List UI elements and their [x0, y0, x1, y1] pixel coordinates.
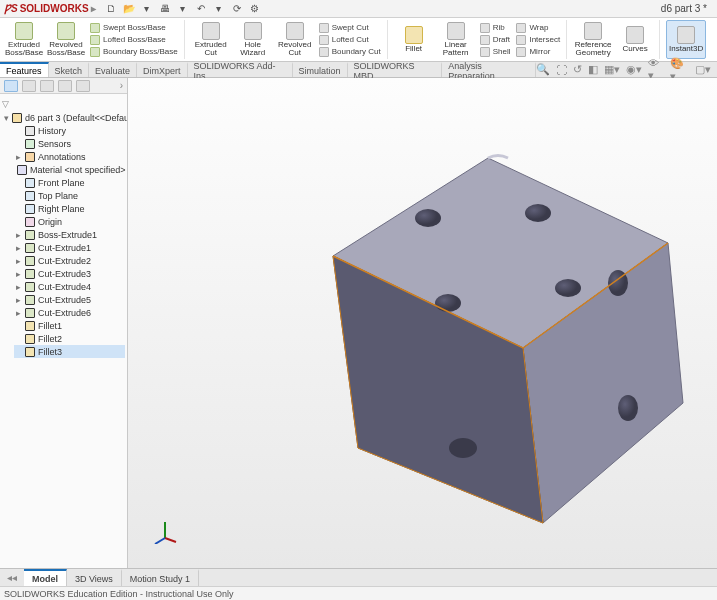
draft-button[interactable]: Draft	[478, 34, 513, 46]
feature-tree: ▽ ▾d6 part 3 (Default<<Default>_Display …	[0, 94, 127, 568]
view-orientation-icon[interactable]: ▦▾	[604, 63, 620, 76]
open-file-icon[interactable]: 📂	[122, 2, 136, 16]
undo-icon[interactable]: ↶	[194, 2, 208, 16]
rebuild-icon[interactable]: ⟳	[230, 2, 244, 16]
fillet-button[interactable]: Fillet	[394, 20, 434, 59]
tree-item-right-plane[interactable]: Right Plane	[14, 202, 125, 215]
status-bar: SOLIDWORKS Education Edition - Instructi…	[0, 586, 717, 600]
tree-item-icon	[25, 347, 35, 357]
tree-item-cut-extrude6[interactable]: ▸Cut-Extrude6	[14, 306, 125, 319]
cmd-tab-solidworks-mbd[interactable]: SOLIDWORKS MBD	[348, 62, 443, 77]
tree-filter-icon[interactable]: ▽	[2, 99, 9, 109]
cmd-tab-analysis-preparation[interactable]: Analysis Preparation	[442, 62, 536, 77]
tree-expand-icon[interactable]: ▸	[14, 152, 22, 162]
tree-root[interactable]: ▾d6 part 3 (Default<<Default>_Display	[4, 111, 125, 124]
revolved-boss-button[interactable]: Revolved Boss/Base	[46, 20, 86, 59]
swept-cut-button[interactable]: Swept Cut	[317, 22, 383, 34]
tree-item-history[interactable]: History	[14, 124, 125, 137]
cmd-tab-evaluate[interactable]: Evaluate	[89, 62, 137, 77]
tree-item-fillet2[interactable]: Fillet2	[14, 332, 125, 345]
mirror-button[interactable]: Mirror	[514, 46, 562, 58]
instant3d-button[interactable]: Instant3D	[666, 20, 706, 59]
tree-expand-icon[interactable]: ▸	[14, 295, 22, 305]
tree-expand-icon[interactable]: ▸	[14, 308, 22, 318]
tree-item-cut-extrude3[interactable]: ▸Cut-Extrude3	[14, 267, 125, 280]
fm-tabs-overflow-icon[interactable]: ›	[120, 80, 123, 91]
scene-icon[interactable]: ▢▾	[695, 63, 711, 76]
svg-point-4	[525, 204, 551, 222]
hole-wizard-button[interactable]: Hole Wizard	[233, 20, 273, 59]
tree-item-cut-extrude4[interactable]: ▸Cut-Extrude4	[14, 280, 125, 293]
fm-tab-property[interactable]	[22, 80, 36, 92]
tree-item-material-not-specified-[interactable]: Material <not specified>	[14, 163, 125, 176]
boundary-cut-button[interactable]: Boundary Cut	[317, 46, 383, 58]
zoom-fit-icon[interactable]: 🔍	[536, 63, 550, 76]
wrap-button[interactable]: Wrap	[514, 22, 562, 34]
bottom-tab-motion-study-1[interactable]: Motion Study 1	[122, 569, 199, 586]
bottom-tab-3d-views[interactable]: 3D Views	[67, 569, 122, 586]
chevron-right-icon[interactable]: ▸	[91, 3, 96, 14]
hole-wizard-label: Hole Wizard	[233, 41, 273, 57]
cmd-tab-sketch[interactable]: Sketch	[49, 62, 90, 77]
intersect-button[interactable]: Intersect	[514, 34, 562, 46]
tree-item-label: History	[38, 126, 66, 136]
cmd-tab-simulation[interactable]: Simulation	[293, 62, 348, 77]
export-icon[interactable]: ▾	[176, 2, 190, 16]
bottom-tab-scroll-left-icon[interactable]: ◂◂	[0, 569, 24, 586]
orientation-triad[interactable]	[152, 518, 178, 544]
redo-icon[interactable]: ▾	[212, 2, 226, 16]
lofted-cut-button[interactable]: Lofted Cut	[317, 34, 383, 46]
fm-tab-design-tree[interactable]	[4, 80, 18, 92]
tree-item-top-plane[interactable]: Top Plane	[14, 189, 125, 202]
fm-tab-display[interactable]	[76, 80, 90, 92]
extruded-cut-button[interactable]: Extruded Cut	[191, 20, 231, 59]
tree-expand-icon[interactable]: ▸	[14, 243, 22, 253]
tree-item-cut-extrude1[interactable]: ▸Cut-Extrude1	[14, 241, 125, 254]
boundary-boss-button[interactable]: Boundary Boss/Base	[88, 46, 180, 58]
tree-item-origin[interactable]: Origin	[14, 215, 125, 228]
tree-item-boss-extrude1[interactable]: ▸Boss-Extrude1	[14, 228, 125, 241]
rib-button[interactable]: Rib	[478, 22, 513, 34]
zoom-area-icon[interactable]: ⛶	[556, 64, 567, 76]
swept-boss-button[interactable]: Swept Boss/Base	[88, 22, 180, 34]
cmd-tab-dimxpert[interactable]: DimXpert	[137, 62, 188, 77]
prev-view-icon[interactable]: ↺	[573, 63, 582, 76]
lofted-boss-button[interactable]: Lofted Boss/Base	[88, 34, 180, 46]
print-icon[interactable]: 🖶	[158, 2, 172, 16]
tree-expand-icon[interactable]: ▸	[14, 282, 22, 292]
tree-item-label: Fillet2	[38, 334, 62, 344]
revolved-cut-label: Revolved Cut	[275, 41, 315, 57]
tree-expand-icon[interactable]: ▸	[14, 256, 22, 266]
graphics-viewport[interactable]	[128, 78, 717, 568]
section-view-icon[interactable]: ◧	[588, 63, 598, 76]
tree-root-label: d6 part 3 (Default<<Default>_Display	[25, 113, 127, 123]
fm-tab-dimxpert[interactable]	[58, 80, 72, 92]
tree-item-fillet3[interactable]: Fillet3	[14, 345, 125, 358]
display-style-icon[interactable]: ◉▾	[626, 63, 642, 76]
extruded-boss-button[interactable]: Extruded Boss/Base	[4, 20, 44, 59]
curves-button[interactable]: Curves	[615, 20, 655, 59]
tree-item-icon	[25, 269, 35, 279]
shell-button[interactable]: Shell	[478, 46, 513, 58]
reference-geometry-button[interactable]: Reference Geometry	[573, 20, 613, 59]
options-icon[interactable]: ⚙	[248, 2, 262, 16]
cmd-tab-features[interactable]: Features	[0, 62, 49, 77]
linear-pattern-button[interactable]: Linear Pattern	[436, 20, 476, 59]
new-file-icon[interactable]: 🗋	[104, 2, 118, 16]
bottom-tab-model[interactable]: Model	[24, 569, 67, 586]
tree-item-label: Annotations	[38, 152, 86, 162]
fm-tab-config[interactable]	[40, 80, 54, 92]
tree-item-fillet1[interactable]: Fillet1	[14, 319, 125, 332]
cmd-tab-solidworks-add-ins[interactable]: SOLIDWORKS Add-Ins	[188, 62, 293, 77]
tree-expand-icon[interactable]: ▸	[14, 230, 22, 240]
tree-item-label: Cut-Extrude4	[38, 282, 91, 292]
tree-item-cut-extrude5[interactable]: ▸Cut-Extrude5	[14, 293, 125, 306]
revolved-cut-button[interactable]: Revolved Cut	[275, 20, 315, 59]
tree-item-annotations[interactable]: ▸Annotations	[14, 150, 125, 163]
tree-item-front-plane[interactable]: Front Plane	[14, 176, 125, 189]
save-icon[interactable]: ▾	[140, 2, 154, 16]
tree-item-sensors[interactable]: Sensors	[14, 137, 125, 150]
wrap-label: Wrap	[529, 23, 548, 32]
tree-item-cut-extrude2[interactable]: ▸Cut-Extrude2	[14, 254, 125, 267]
tree-expand-icon[interactable]: ▸	[14, 269, 22, 279]
